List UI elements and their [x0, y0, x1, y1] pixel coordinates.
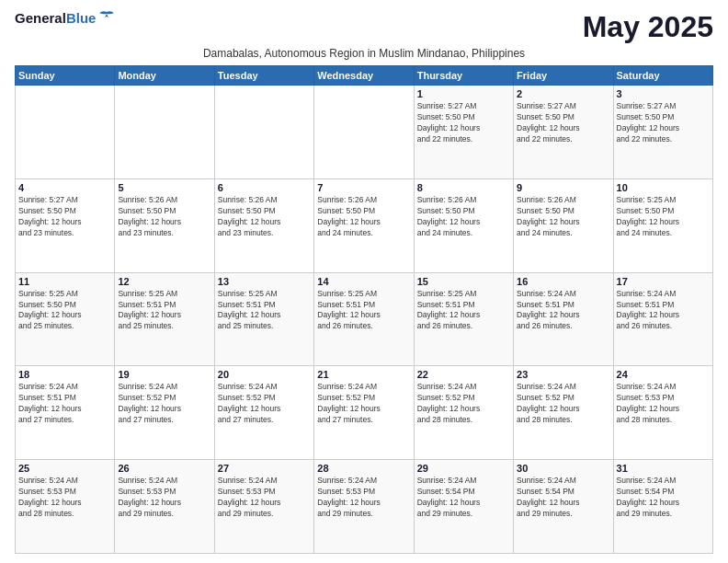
day-number: 3	[617, 88, 710, 99]
day-info: Sunrise: 5:24 AMSunset: 5:51 PMDaylight:…	[517, 289, 609, 333]
day-number: 1	[417, 88, 510, 99]
day-number: 25	[18, 463, 111, 474]
day-info: Sunrise: 5:24 AMSunset: 5:52 PMDaylight:…	[218, 382, 311, 426]
day-number: 7	[317, 182, 410, 193]
day-info: Sunrise: 5:25 AMSunset: 5:51 PMDaylight:…	[317, 289, 410, 333]
calendar-cell: 9Sunrise: 5:26 AMSunset: 5:50 PMDaylight…	[514, 178, 613, 272]
calendar-week-4: 18Sunrise: 5:24 AMSunset: 5:51 PMDayligh…	[16, 366, 713, 460]
calendar-header-row: SundayMondayTuesdayWednesdayThursdayFrid…	[16, 66, 713, 86]
calendar-cell: 1Sunrise: 5:27 AMSunset: 5:50 PMDaylight…	[414, 86, 513, 179]
day-number: 11	[18, 276, 111, 287]
calendar-cell: 8Sunrise: 5:26 AMSunset: 5:50 PMDaylight…	[414, 178, 513, 272]
calendar-cell: 13Sunrise: 5:25 AMSunset: 5:51 PMDayligh…	[214, 272, 313, 366]
day-number: 5	[118, 182, 210, 193]
day-header-monday: Monday	[115, 66, 214, 86]
title-section: May 2025	[583, 11, 713, 43]
day-info: Sunrise: 5:24 AMSunset: 5:54 PMDaylight:…	[517, 476, 609, 520]
calendar-cell	[115, 86, 214, 179]
calendar-cell: 22Sunrise: 5:24 AMSunset: 5:52 PMDayligh…	[414, 366, 513, 460]
calendar-cell: 5Sunrise: 5:26 AMSunset: 5:50 PMDaylight…	[115, 178, 214, 272]
day-number: 2	[517, 88, 609, 99]
day-info: Sunrise: 5:25 AMSunset: 5:51 PMDaylight:…	[417, 289, 510, 333]
day-info: Sunrise: 5:24 AMSunset: 5:53 PMDaylight:…	[617, 382, 710, 426]
calendar-cell: 11Sunrise: 5:25 AMSunset: 5:50 PMDayligh…	[16, 272, 115, 366]
calendar-cell: 19Sunrise: 5:24 AMSunset: 5:52 PMDayligh…	[115, 366, 214, 460]
day-number: 29	[417, 463, 510, 474]
day-header-sunday: Sunday	[16, 66, 115, 86]
day-number: 21	[317, 369, 410, 380]
day-header-thursday: Thursday	[414, 66, 513, 86]
calendar-table: SundayMondayTuesdayWednesdayThursdayFrid…	[15, 65, 713, 554]
calendar-cell: 10Sunrise: 5:25 AMSunset: 5:50 PMDayligh…	[613, 178, 712, 272]
day-number: 18	[18, 369, 111, 380]
day-number: 12	[118, 276, 210, 287]
day-info: Sunrise: 5:24 AMSunset: 5:53 PMDaylight:…	[118, 476, 210, 520]
calendar-cell	[16, 86, 115, 179]
subtitle: Damabalas, Autonomous Region in Muslim M…	[15, 47, 713, 60]
logo-bird-icon	[97, 10, 116, 23]
day-number: 9	[517, 182, 609, 193]
day-info: Sunrise: 5:27 AMSunset: 5:50 PMDaylight:…	[617, 101, 710, 145]
calendar-cell: 15Sunrise: 5:25 AMSunset: 5:51 PMDayligh…	[414, 272, 513, 366]
day-info: Sunrise: 5:26 AMSunset: 5:50 PMDaylight:…	[218, 195, 311, 239]
day-number: 14	[317, 276, 410, 287]
day-number: 27	[218, 463, 311, 474]
day-number: 20	[218, 369, 311, 380]
page: GeneralBlue May 2025 Damabalas, Autonomo…	[0, 0, 728, 563]
day-header-wednesday: Wednesday	[314, 66, 414, 86]
day-header-saturday: Saturday	[613, 66, 712, 86]
calendar-cell: 4Sunrise: 5:27 AMSunset: 5:50 PMDaylight…	[16, 178, 115, 272]
day-info: Sunrise: 5:27 AMSunset: 5:50 PMDaylight:…	[18, 195, 111, 239]
day-number: 8	[417, 182, 510, 193]
day-number: 19	[118, 369, 210, 380]
calendar-cell: 23Sunrise: 5:24 AMSunset: 5:52 PMDayligh…	[514, 366, 613, 460]
day-number: 26	[118, 463, 210, 474]
day-number: 24	[617, 369, 710, 380]
day-info: Sunrise: 5:25 AMSunset: 5:50 PMDaylight:…	[617, 195, 710, 239]
day-info: Sunrise: 5:24 AMSunset: 5:54 PMDaylight:…	[417, 476, 510, 520]
calendar-cell: 2Sunrise: 5:27 AMSunset: 5:50 PMDaylight…	[514, 86, 613, 179]
calendar-week-2: 4Sunrise: 5:27 AMSunset: 5:50 PMDaylight…	[16, 178, 713, 272]
logo: GeneralBlue	[15, 11, 116, 27]
day-info: Sunrise: 5:24 AMSunset: 5:53 PMDaylight:…	[18, 476, 111, 520]
day-info: Sunrise: 5:25 AMSunset: 5:51 PMDaylight:…	[118, 289, 210, 333]
day-info: Sunrise: 5:24 AMSunset: 5:54 PMDaylight:…	[617, 476, 710, 520]
calendar-week-3: 11Sunrise: 5:25 AMSunset: 5:50 PMDayligh…	[16, 272, 713, 366]
day-info: Sunrise: 5:26 AMSunset: 5:50 PMDaylight:…	[118, 195, 210, 239]
calendar-cell: 20Sunrise: 5:24 AMSunset: 5:52 PMDayligh…	[214, 366, 313, 460]
calendar-cell: 31Sunrise: 5:24 AMSunset: 5:54 PMDayligh…	[613, 460, 712, 554]
day-info: Sunrise: 5:27 AMSunset: 5:50 PMDaylight:…	[417, 101, 510, 145]
calendar-week-5: 25Sunrise: 5:24 AMSunset: 5:53 PMDayligh…	[16, 460, 713, 554]
day-number: 15	[417, 276, 510, 287]
calendar-cell	[314, 86, 414, 179]
calendar-cell: 18Sunrise: 5:24 AMSunset: 5:51 PMDayligh…	[16, 366, 115, 460]
day-header-friday: Friday	[514, 66, 613, 86]
day-info: Sunrise: 5:24 AMSunset: 5:53 PMDaylight:…	[218, 476, 311, 520]
day-info: Sunrise: 5:26 AMSunset: 5:50 PMDaylight:…	[417, 195, 510, 239]
day-number: 10	[617, 182, 710, 193]
calendar-cell: 25Sunrise: 5:24 AMSunset: 5:53 PMDayligh…	[16, 460, 115, 554]
calendar-cell: 30Sunrise: 5:24 AMSunset: 5:54 PMDayligh…	[514, 460, 613, 554]
day-number: 13	[218, 276, 311, 287]
calendar-cell	[214, 86, 313, 179]
header: GeneralBlue May 2025	[15, 11, 713, 43]
month-title: May 2025	[583, 11, 713, 43]
day-number: 28	[317, 463, 410, 474]
logo-blue: Blue	[66, 10, 97, 26]
day-number: 23	[517, 369, 609, 380]
day-info: Sunrise: 5:27 AMSunset: 5:50 PMDaylight:…	[517, 101, 609, 145]
calendar-cell: 6Sunrise: 5:26 AMSunset: 5:50 PMDaylight…	[214, 178, 313, 272]
day-info: Sunrise: 5:24 AMSunset: 5:52 PMDaylight:…	[118, 382, 210, 426]
day-header-tuesday: Tuesday	[214, 66, 313, 86]
calendar-cell: 7Sunrise: 5:26 AMSunset: 5:50 PMDaylight…	[314, 178, 414, 272]
calendar-cell: 27Sunrise: 5:24 AMSunset: 5:53 PMDayligh…	[214, 460, 313, 554]
day-info: Sunrise: 5:25 AMSunset: 5:51 PMDaylight:…	[218, 289, 311, 333]
day-info: Sunrise: 5:26 AMSunset: 5:50 PMDaylight:…	[517, 195, 609, 239]
calendar-cell: 17Sunrise: 5:24 AMSunset: 5:51 PMDayligh…	[613, 272, 712, 366]
logo-general: General	[15, 10, 66, 26]
calendar-cell: 14Sunrise: 5:25 AMSunset: 5:51 PMDayligh…	[314, 272, 414, 366]
day-number: 16	[517, 276, 609, 287]
day-number: 22	[417, 369, 510, 380]
day-info: Sunrise: 5:24 AMSunset: 5:52 PMDaylight:…	[417, 382, 510, 426]
day-info: Sunrise: 5:24 AMSunset: 5:52 PMDaylight:…	[517, 382, 609, 426]
